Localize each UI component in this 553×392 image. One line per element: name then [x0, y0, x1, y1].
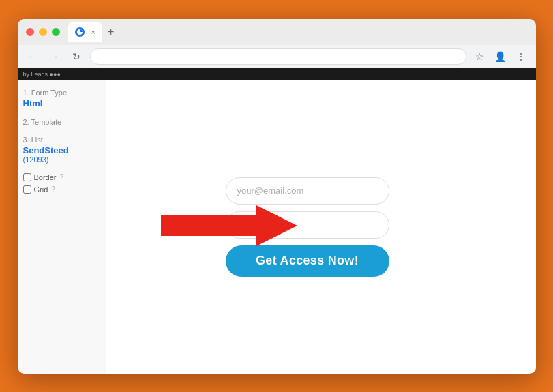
border-label: Border [34, 173, 57, 181]
bookmark-icon[interactable]: ☆ [472, 48, 488, 65]
title-bar: × + [18, 19, 536, 45]
svg-marker-1 [161, 205, 297, 246]
list-sub: (12093) [23, 155, 100, 164]
browser-window: × + ← → ↻ ☆ 👤 ⋮ by Leads ●●● 1. Form Typ… [18, 19, 536, 374]
brand-logo: by Leads ●●● [23, 71, 61, 78]
maximize-traffic-light[interactable] [52, 28, 60, 36]
back-button[interactable]: ← [25, 48, 41, 65]
menu-icon[interactable]: ⋮ [513, 48, 529, 65]
sidebar-template[interactable]: 2. Template [23, 118, 100, 126]
forward-button[interactable]: → [46, 48, 63, 65]
sidebar-list: 3. List SendSteed (12093) [23, 136, 100, 164]
toolbar-icons: ☆ 👤 ⋮ [472, 48, 529, 65]
url-bar[interactable] [90, 48, 466, 65]
grid-help-icon: ? [51, 185, 55, 193]
email-input[interactable] [226, 177, 389, 205]
form-type-label: 1. Form Type [23, 89, 100, 97]
sidebar: 1. Form Type Html 2. Template 3. List Se… [18, 80, 106, 374]
red-arrow-icon [161, 205, 297, 246]
tab-close-button[interactable]: × [91, 28, 95, 36]
form-type-value[interactable]: Html [23, 98, 100, 108]
browser-tab[interactable]: × [68, 22, 102, 42]
border-checkbox[interactable] [23, 173, 31, 181]
new-tab-button[interactable]: + [105, 26, 117, 38]
list-label: 3. List [23, 136, 100, 144]
content-area: Get Access Now! [106, 80, 536, 374]
sidebar-form-type: 1. Form Type Html [23, 89, 100, 108]
traffic-lights [26, 28, 60, 36]
address-bar: ← → ↻ ☆ 👤 ⋮ [18, 45, 536, 68]
minimize-traffic-light[interactable] [39, 28, 47, 36]
main-area: 1. Form Type Html 2. Template 3. List Se… [18, 80, 536, 374]
profile-icon[interactable]: 👤 [492, 48, 509, 65]
cta-button[interactable]: Get Access Now! [226, 245, 389, 277]
tab-favicon [75, 27, 85, 37]
template-label: 2. Template [23, 118, 100, 126]
grid-label: Grid [34, 185, 48, 194]
top-band: by Leads ●●● [18, 68, 536, 80]
refresh-button[interactable]: ↻ [68, 48, 85, 65]
tab-area: × + [68, 22, 528, 42]
grid-checkbox-row[interactable]: Grid ? [23, 185, 100, 194]
list-value[interactable]: SendSteed [23, 145, 100, 155]
grid-checkbox[interactable] [23, 185, 31, 194]
border-help-icon: ? [60, 173, 64, 181]
close-traffic-light[interactable] [26, 28, 34, 36]
border-checkbox-row[interactable]: Border ? [23, 173, 100, 181]
arrow-container [161, 205, 297, 249]
